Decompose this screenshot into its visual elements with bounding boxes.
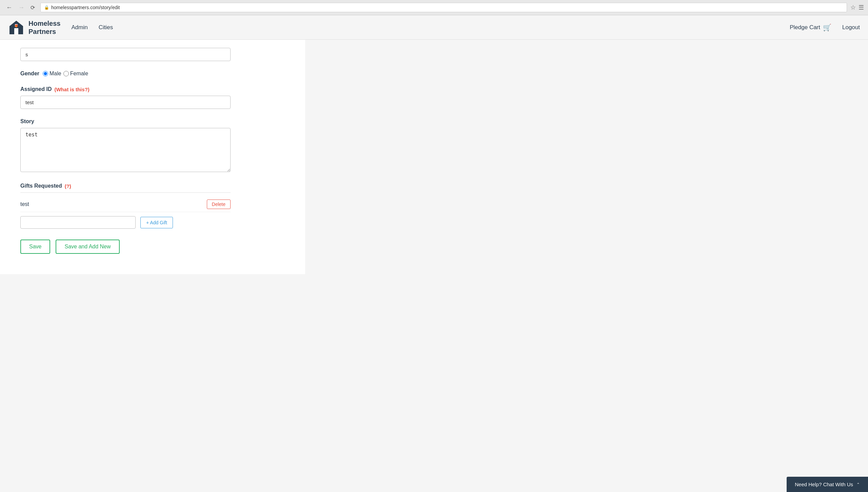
back-button[interactable]: ← (4, 3, 14, 12)
main-nav: Admin Cities (72, 24, 113, 31)
top-input-section (20, 40, 285, 61)
add-gift-button[interactable]: + Add Gift (140, 217, 173, 228)
assigned-id-input[interactable] (20, 96, 231, 109)
pledge-cart-label: Pledge Cart (790, 24, 820, 31)
svg-rect-1 (14, 28, 18, 34)
gifts-help-link[interactable]: (?) (65, 183, 71, 189)
assigned-id-label-row: Assigned ID (What is this?) (20, 86, 285, 92)
gender-female-label: Female (70, 71, 88, 77)
gender-male-label: Male (50, 71, 61, 77)
app-header: 🎁 Homeless Partners Admin Cities Pledge … (0, 15, 868, 40)
menu-button[interactable]: ☰ (859, 4, 864, 11)
url-text: homelesspartners.com/story/edit (51, 5, 120, 10)
gifts-label-row: Gifts Requested (?) (20, 183, 285, 189)
gender-female-option[interactable]: Female (63, 71, 88, 77)
logo-text: Homeless Partners (28, 19, 61, 36)
assigned-id-section: Assigned ID (What is this?) (20, 86, 285, 109)
header-right: Pledge Cart 🛒 Logout (790, 23, 860, 32)
logo-icon: 🎁 (8, 19, 24, 36)
gift-item-row: test Delete (20, 197, 231, 212)
save-button[interactable]: Save (20, 240, 50, 254)
logout-link[interactable]: Logout (842, 24, 860, 31)
browser-actions: ☆ ☰ (850, 4, 864, 11)
cities-nav-link[interactable]: Cities (99, 24, 113, 31)
assigned-id-label-text: Assigned ID (20, 86, 52, 92)
browser-nav-buttons: ← → ⟳ (4, 3, 37, 12)
cart-icon: 🛒 (823, 23, 831, 32)
gender-section: Gender Male Female (20, 71, 285, 77)
main-content: Gender Male Female Assigned ID (What is … (0, 40, 305, 274)
browser-chrome: ← → ⟳ 🔒 homelesspartners.com/story/edit … (0, 0, 868, 15)
story-label: Story (20, 118, 285, 125)
action-buttons: Save Save and Add New (20, 240, 285, 254)
story-section: Story test (20, 118, 285, 173)
story-textarea[interactable]: test (20, 128, 231, 172)
bookmark-button[interactable]: ☆ (850, 4, 856, 11)
save-and-add-new-button[interactable]: Save and Add New (56, 240, 119, 254)
admin-nav-link[interactable]: Admin (72, 24, 88, 31)
delete-gift-button[interactable]: Delete (207, 200, 231, 209)
reload-button[interactable]: ⟳ (28, 4, 37, 12)
svg-text:🎁: 🎁 (15, 24, 18, 27)
add-gift-row: + Add Gift (20, 216, 285, 229)
gender-male-radio[interactable] (43, 71, 48, 76)
add-gift-input[interactable] (20, 216, 136, 229)
logo-area[interactable]: 🎁 Homeless Partners (8, 19, 61, 36)
gender-male-option[interactable]: Male (43, 71, 61, 77)
top-text-input[interactable] (20, 48, 231, 61)
forward-button[interactable]: → (16, 3, 26, 12)
gifts-divider (20, 192, 231, 193)
pledge-cart-link[interactable]: Pledge Cart 🛒 (790, 23, 831, 32)
assigned-id-help-link[interactable]: (What is this?) (54, 87, 89, 92)
gift-item-name: test (20, 201, 29, 207)
address-bar[interactable]: 🔒 homelesspartners.com/story/edit (40, 3, 847, 12)
gender-female-radio[interactable] (63, 71, 69, 76)
gender-label: Gender (20, 71, 39, 77)
lock-icon: 🔒 (44, 5, 49, 10)
gifts-label-text: Gifts Requested (20, 183, 62, 189)
gifts-requested-section: Gifts Requested (?) test Delete + Add Gi… (20, 183, 285, 229)
